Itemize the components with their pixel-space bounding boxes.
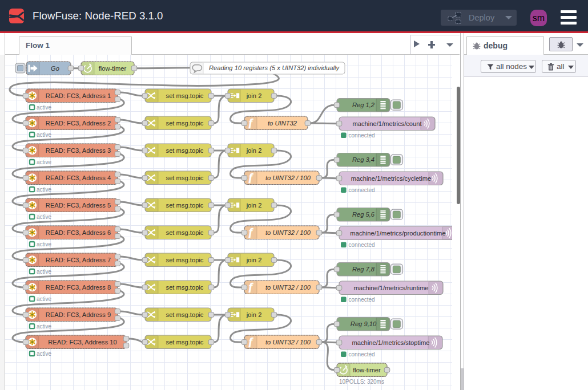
svg-text:Reg 7,8: Reg 7,8 <box>352 266 375 273</box>
svg-text:flow-timer: flow-timer <box>99 65 127 72</box>
svg-text:join 2: join 2 <box>246 311 262 318</box>
svg-text:set msg.topic: set msg.topic <box>166 229 204 236</box>
svg-text:active: active <box>37 351 52 357</box>
svg-text:Reg 9,10: Reg 9,10 <box>351 320 377 327</box>
svg-text:machine/1/metrics/runtime: machine/1/metrics/runtime <box>353 285 428 291</box>
svg-text:connected: connected <box>349 242 375 248</box>
svg-text:connected: connected <box>349 187 375 193</box>
svg-text:join 2: join 2 <box>246 147 262 154</box>
svg-text:join 2: join 2 <box>246 202 262 209</box>
svg-text:Reg 1,2: Reg 1,2 <box>352 101 375 108</box>
svg-text:10POLLS: 320ms: 10POLLS: 320ms <box>339 379 384 385</box>
svg-text:join 2: join 2 <box>246 257 262 263</box>
svg-text:READ: FC3, Address 3: READ: FC3, Address 3 <box>46 147 111 154</box>
svg-text:active: active <box>37 214 52 220</box>
svg-text:set msg.topic: set msg.topic <box>166 339 204 346</box>
svg-text:READ: FC3, Address 1: READ: FC3, Address 1 <box>46 92 111 99</box>
svg-text:to UINT32: to UINT32 <box>268 120 297 127</box>
svg-text:Reg 5,6: Reg 5,6 <box>352 211 375 218</box>
svg-text:active: active <box>37 296 52 302</box>
svg-text:set msg.topic: set msg.topic <box>166 92 204 99</box>
svg-text:set msg.topic: set msg.topic <box>166 284 204 291</box>
svg-text:set msg.topic: set msg.topic <box>166 311 204 318</box>
svg-text:to UINT32 / 100: to UINT32 / 100 <box>265 339 311 346</box>
svg-text:READ: FC3, Address 8: READ: FC3, Address 8 <box>46 284 111 291</box>
svg-text:to UINT32 / 100: to UINT32 / 100 <box>265 229 311 236</box>
svg-text:Go: Go <box>51 65 59 72</box>
svg-text:connected: connected <box>349 351 375 358</box>
svg-text:Reg 3,4: Reg 3,4 <box>352 156 374 163</box>
svg-text:flow-timer: flow-timer <box>353 367 381 373</box>
svg-text:set msg.topic: set msg.topic <box>166 174 204 181</box>
svg-text:join 2: join 2 <box>246 92 262 99</box>
svg-text:set msg.topic: set msg.topic <box>166 120 204 127</box>
svg-text:READ: FC3, Address 10: READ: FC3, Address 10 <box>48 339 117 346</box>
svg-text:active: active <box>37 186 52 193</box>
svg-text:connected: connected <box>349 132 375 139</box>
svg-text:set msg.topic: set msg.topic <box>166 147 204 154</box>
svg-text:machine/1/metrics/count: machine/1/metrics/count <box>352 120 422 127</box>
svg-text:active: active <box>37 104 52 111</box>
svg-text:machine/1/metrics/stoptime: machine/1/metrics/stoptime <box>352 339 429 346</box>
svg-text:to UINT32 / 100: to UINT32 / 100 <box>265 284 311 291</box>
svg-text:active: active <box>37 159 52 165</box>
svg-text:active: active <box>37 241 52 247</box>
svg-text:READ: FC3, Address 9: READ: FC3, Address 9 <box>46 311 111 318</box>
svg-text:machine/1/metrics/cycletime: machine/1/metrics/cycletime <box>351 175 432 182</box>
svg-text:to UINT32 / 100: to UINT32 / 100 <box>265 174 311 181</box>
svg-text:READ: FC3, Address 5: READ: FC3, Address 5 <box>46 202 111 209</box>
svg-text:active: active <box>37 323 52 330</box>
svg-text:active: active <box>37 132 52 138</box>
svg-text:Reading 10 registers (5 x UINT: Reading 10 registers (5 x UINT32) indivi… <box>209 64 340 71</box>
svg-text:READ: FC3, Address 2: READ: FC3, Address 2 <box>46 120 111 127</box>
svg-text:connected: connected <box>349 296 375 303</box>
svg-text:set msg.topic: set msg.topic <box>166 202 204 209</box>
svg-text:machine/1/metrics/productionti: machine/1/metrics/productiontime <box>350 230 445 237</box>
svg-text:READ: FC3, Address 7: READ: FC3, Address 7 <box>46 257 111 263</box>
svg-text:set msg.topic: set msg.topic <box>166 257 204 263</box>
svg-text:READ: FC3, Address 4: READ: FC3, Address 4 <box>46 174 111 181</box>
svg-text:READ: FC3, Address 6: READ: FC3, Address 6 <box>46 229 111 236</box>
svg-text:active: active <box>37 269 52 275</box>
